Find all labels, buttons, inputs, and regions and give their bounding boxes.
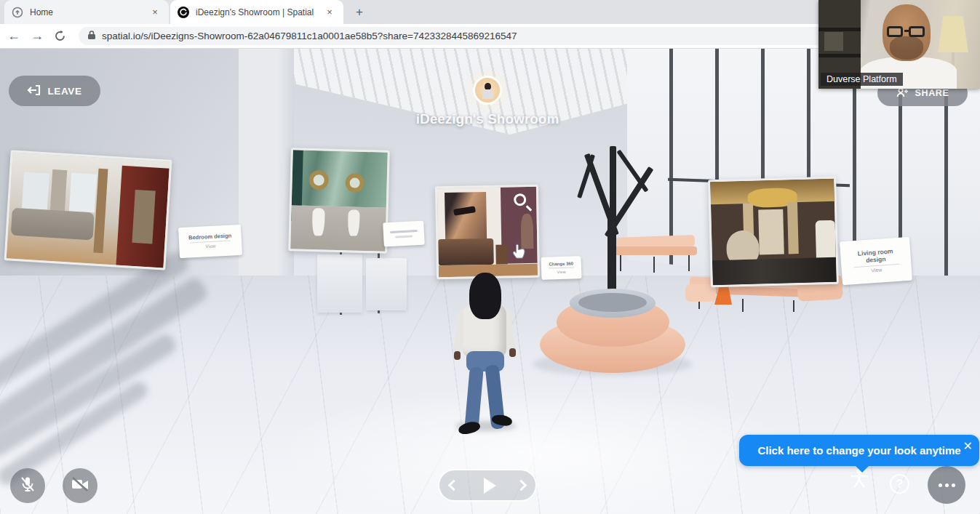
pedestal [366, 258, 407, 310]
leave-label: LEAVE [47, 86, 81, 97]
artwork-marble-wall [292, 150, 388, 208]
sign-living-room-design[interactable]: Living room design View [840, 237, 912, 286]
showroom-viewport[interactable]: Bedroom design View [0, 49, 980, 514]
sign-bathroom[interactable] [383, 221, 425, 247]
sign-view-button[interactable]: View [557, 270, 566, 274]
artwork-mirror [345, 173, 364, 193]
sign-view-button[interactable]: View [871, 267, 882, 273]
tab-label: iDeezign's Showroom | Spatial [196, 7, 323, 17]
glasses-icon [887, 26, 903, 37]
share-label: SHARE [915, 88, 949, 98]
sign-blurred-text [395, 235, 413, 238]
artwork-sink [348, 210, 360, 236]
url-text: spatial.io/s/iDeezigns-Showroom-62a04679… [102, 31, 517, 41]
artwork-window [69, 173, 97, 213]
sign-title: Change 360 [549, 261, 573, 267]
artwork-column [787, 202, 798, 254]
more-dots-icon [939, 483, 942, 487]
back-button[interactable]: ← [4, 27, 23, 46]
mic-off-icon [19, 475, 36, 496]
room-title: iDeezign's Showroom [378, 111, 597, 127]
webcam-overlay[interactable]: Duverse Platform [818, 0, 980, 89]
reload-button[interactable] [51, 27, 70, 46]
artwork-window [22, 172, 49, 210]
divider [190, 241, 231, 244]
sign-title: Bedroom design [188, 233, 232, 241]
close-icon[interactable]: ✕ [963, 441, 973, 452]
artwork-model-room[interactable] [435, 185, 540, 279]
sign-blurred-text [390, 230, 418, 233]
avatar-hand [454, 351, 461, 360]
artwork-sink [311, 208, 324, 236]
screen: Home × iDeezign's Showroom | Spatial × +… [0, 0, 980, 514]
person-icon [848, 479, 870, 491]
forward-button[interactable]: → [28, 27, 47, 46]
mic-off-button[interactable] [10, 468, 45, 503]
leave-button[interactable]: LEAVE [9, 76, 100, 106]
artwork-counter [290, 205, 386, 251]
next-button[interactable] [516, 480, 527, 491]
host-avatar-body [482, 89, 493, 99]
person-plus-icon [896, 87, 909, 100]
avatar-hand [509, 348, 516, 357]
sign-bedroom-design[interactable]: Bedroom design View [178, 225, 242, 258]
artwork-bathroom[interactable] [288, 148, 390, 254]
tab-active-spatial[interactable]: iDeezign's Showroom | Spatial × [170, 0, 343, 24]
question-icon: ? [896, 478, 904, 491]
floor-sheen [276, 385, 800, 514]
close-tab-icon[interactable]: × [323, 6, 336, 19]
close-tab-icon[interactable]: × [148, 6, 162, 19]
artwork-doorway [758, 209, 784, 254]
tooltip-text: Click here to change your look anytime [757, 444, 960, 457]
new-tab-button[interactable]: + [351, 4, 368, 21]
webcam-person-face [883, 4, 931, 61]
spatial-logo [178, 7, 189, 18]
artwork-sofa [815, 220, 836, 262]
lock-icon [87, 30, 96, 43]
help-button[interactable]: ? [890, 474, 909, 494]
play-button[interactable] [484, 478, 496, 494]
webcam-name-label: Duverse Platform [821, 73, 903, 86]
user-avatar [454, 273, 517, 431]
sign-view-button[interactable]: View [205, 244, 215, 249]
sign-title: Living room design [850, 248, 901, 265]
change-look-tooltip[interactable]: Click here to change your look anytime ✕ [739, 435, 979, 466]
camera-off-icon [71, 476, 89, 495]
artwork-marble-floor [712, 257, 837, 286]
more-button[interactable] [928, 466, 965, 504]
artwork-living-room[interactable] [708, 177, 839, 288]
artwork-shelf [132, 190, 155, 244]
pedestal [317, 254, 362, 313]
media-controls [438, 469, 537, 502]
artwork-bedroom[interactable] [4, 150, 172, 270]
divider [549, 268, 573, 269]
tab-label: Home [30, 7, 148, 17]
webcam-bg-lamp [938, 16, 968, 52]
camera-off-button[interactable] [63, 468, 97, 503]
hand-cursor-icon [511, 242, 527, 262]
avatar-hair [469, 273, 501, 319]
artwork-bed [438, 238, 494, 265]
tab-home[interactable]: Home × [4, 0, 169, 24]
upload-circle-icon [12, 7, 23, 18]
sign-change-360[interactable]: Change 360 View [541, 256, 581, 280]
artwork-stool [495, 245, 508, 265]
host-avatar[interactable] [473, 76, 502, 105]
exit-door-icon [27, 84, 41, 98]
previous-button[interactable] [448, 480, 460, 491]
artwork-bed [11, 208, 94, 241]
